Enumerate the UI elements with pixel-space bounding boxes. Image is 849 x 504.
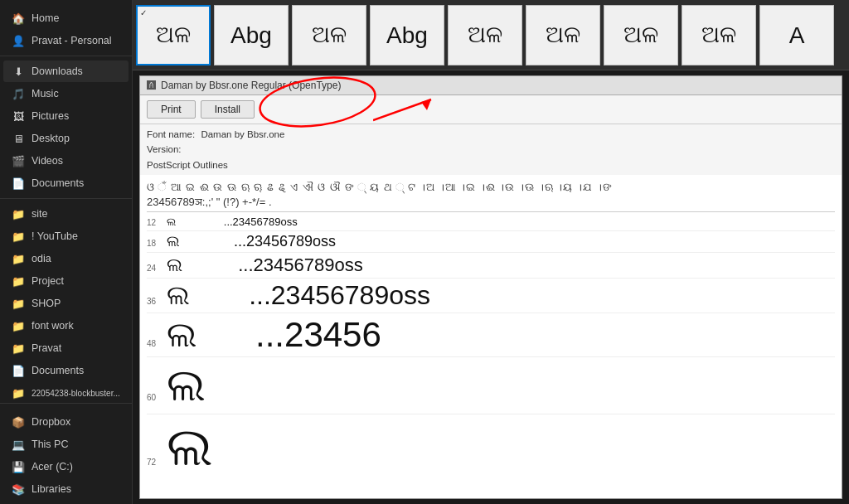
sidebar-top: 🏠 Home 👤 Pravat - Personal xyxy=(0,0,132,56)
sidebar-item-label: 22054238-blockbuster... xyxy=(32,389,120,398)
sidebar-item-desktop[interactable]: 🖥 Desktop xyxy=(3,128,129,149)
font-thumb-0[interactable]: ✓ ଅଳ xyxy=(136,5,211,65)
sidebar-item-label: Desktop xyxy=(32,133,70,144)
sidebar-item-font-work[interactable]: 📁 font work xyxy=(3,315,129,337)
sidebar-item-label: site xyxy=(32,208,47,220)
user-icon: 👤 xyxy=(12,34,25,47)
sidebar-item-downloads[interactable]: ⬇ Downloads xyxy=(3,61,129,82)
char-display-row: ଓ ଁ ଆ ଇ ଈ ଉ ଊ ଋ ୠ ଌ ୡ ଏ ଐ ଓ ଔ ଙ ୍ ୟ ଥ ୍ … xyxy=(147,178,835,212)
documents-icon: 📄 xyxy=(12,364,25,377)
install-button[interactable]: Install xyxy=(201,100,255,119)
sidebar-item-pravat-personal[interactable]: 👤 Pravat - Personal xyxy=(3,30,129,51)
odia-char-line: ଓ ଁ ଆ ଇ ଈ ଉ ଊ ଋ ୠ ଌ ୡ ଏ ଐ ଓ ଔ ଙ ୍ ୟ ଥ ୍ … xyxy=(147,181,835,194)
font-thumb-3[interactable]: Abg xyxy=(370,5,444,65)
desktop-icon: 🖥 xyxy=(12,132,25,145)
sidebar-item-odia[interactable]: 📁 odia xyxy=(3,248,129,269)
font-version-row: Version: xyxy=(147,142,835,157)
sidebar-item-libraries[interactable]: 📚 Libraries xyxy=(3,478,129,500)
font-thumb-label: ଅଳ xyxy=(156,22,191,49)
font-info-panel: Font name: Daman by Bbsr.one Version: Po… xyxy=(140,124,842,175)
sidebar-item-pravat[interactable]: 📁 Pravat xyxy=(3,337,129,359)
font-thumb-label: Abg xyxy=(230,22,272,49)
folder-icon: 📁 xyxy=(12,297,25,310)
sidebar-item-label: Downloads xyxy=(32,65,83,77)
font-thumb-7[interactable]: ଅଳ xyxy=(682,5,756,65)
folder-icon: 📁 xyxy=(12,274,25,288)
sidebar-bottom-section: 📦 Dropbox 💻 This PC 💾 Acer (C:) 📚 Librar… xyxy=(0,407,132,504)
sidebar-item-label: font work xyxy=(32,320,74,332)
drive-icon: 💾 xyxy=(12,460,25,473)
downloads-icon: ⬇ xyxy=(12,65,25,78)
font-thumb-2[interactable]: ଅଳ xyxy=(292,5,366,65)
font-thumbnails-row: ✓ ଅଳ Abg ଅଳ Abg ଅଳ ଅଳ ଅଳ ଅଳ A xyxy=(133,0,849,70)
size-label-18: 18 xyxy=(147,239,167,248)
main-content: ✓ ଅଳ Abg ଅଳ Abg ଅଳ ଅଳ ଅଳ ଅଳ A 🅰 D xyxy=(133,0,849,504)
font-thumb-4[interactable]: ଅଳ xyxy=(448,5,522,65)
sidebar-item-file1[interactable]: 📁 22054238-blockbuster... xyxy=(3,382,129,404)
sidebar-item-site[interactable]: 📁 site xyxy=(3,203,129,225)
sample-row-12: 12 ଲ‌ ‌ ‌ ‍ ‌ ‌ ‌ ‌ ‌ ‌ ‌ ‍ ‌ ‌ ‌ ‌ ‌...… xyxy=(147,214,835,231)
size-label-12: 12 xyxy=(147,218,167,227)
sidebar-item-youtube[interactable]: 📁 ! YouTube xyxy=(3,225,129,247)
font-thumb-label: ଅଳ xyxy=(312,22,347,49)
size-label-24: 24 xyxy=(147,264,167,273)
print-button[interactable]: Print xyxy=(147,100,196,119)
sidebar-item-label: Videos xyxy=(32,155,63,167)
folder-icon: 📁 xyxy=(12,319,25,332)
font-thumb-5[interactable]: ଅଳ xyxy=(526,5,600,65)
sample-row-24: 24 ଲ‌ ‌ ‌ ‌ ‌ ‌ ‌ ‌ ‌ ‌ ‌ ...23456789oss xyxy=(147,253,835,279)
sidebar-item-label: This PC xyxy=(32,439,68,450)
font-file-icon: 🅰 xyxy=(147,80,156,90)
dropbox-icon: 📦 xyxy=(12,415,25,429)
sidebar-item-videos[interactable]: 🎬 Videos xyxy=(3,150,129,172)
sidebar-item-project[interactable]: 📁 Project xyxy=(3,270,129,292)
sample-text-60: ଲ‌ ‌ ‌ ‌ ‌ ‌ xyxy=(167,359,268,412)
home-icon: 🏠 xyxy=(12,12,25,25)
music-icon: 🎵 xyxy=(12,87,25,100)
sidebar-item-label: Documents xyxy=(32,365,84,376)
folder-icon: 📁 xyxy=(12,252,25,265)
sidebar-item-label: Dropbox xyxy=(32,416,70,428)
num-char-line: 23456789ञ:,;' " (!?) +-*/= . xyxy=(147,196,835,209)
font-thumb-label: ଅଳ xyxy=(546,22,580,49)
font-version-label: Version: xyxy=(147,144,182,154)
font-dialog: 🅰 Daman by Bbsr.one Regular (OpenType) P… xyxy=(139,75,842,499)
sample-row-36: 36 ଲ‌ ‌ ‌ ‌ ‌ ‌ ‌ ‌ ...23456789oss xyxy=(147,279,835,313)
size-label-72: 72 xyxy=(147,458,167,467)
font-sample-area[interactable]: ଓ ଁ ଆ ଇ ଈ ଉ ଊ ଋ ୠ ଌ ୡ ଏ ଐ ଓ ଔ ଙ ୍ ୟ ଥ ୍ … xyxy=(140,175,842,498)
sample-text-24: ଲ‌ ‌ ‌ ‌ ‌ ‌ ‌ ‌ ‌ ‌ ‌ ...23456789oss xyxy=(167,254,363,276)
sidebar-item-documents2[interactable]: 📄 Documents xyxy=(3,360,129,381)
folder-icon: 📁 xyxy=(12,342,25,355)
sidebar-item-shop[interactable]: 📁 SHOP xyxy=(3,293,129,314)
font-dialog-toolbar: Print Install xyxy=(140,95,842,124)
font-name-row: Font name: Daman by Bbsr.one xyxy=(147,127,835,142)
sample-text-36: ଲ‌ ‌ ‌ ‌ ‌ ‌ ‌ ‌ ...23456789oss xyxy=(167,280,430,311)
font-thumb-label: ଅଳ xyxy=(468,22,502,49)
font-postscript-label: PostScript Outlines xyxy=(147,160,228,170)
documents-icon: 📄 xyxy=(12,177,25,190)
font-thumb-8[interactable]: A xyxy=(759,5,834,65)
sample-row-18: 18 ଲ‌ ‌ ‌ ‌ ‍ ‌ ‌ ‌ ‌ ‌ ‌ ‌ ‌ ‌...234567… xyxy=(147,231,835,253)
sidebar-item-music[interactable]: 🎵 Music xyxy=(3,83,129,104)
font-thumb-6[interactable]: ଅଳ xyxy=(604,5,678,65)
font-thumb-label: Abg xyxy=(386,22,428,49)
sidebar-item-label: Pravat - Personal xyxy=(32,35,112,46)
sidebar-item-pictures[interactable]: 🖼 Pictures xyxy=(3,105,129,127)
sidebar-item-label: Acer (C:) xyxy=(32,461,73,472)
font-dialog-title: Daman by Bbsr.one Regular (OpenType) xyxy=(161,80,341,91)
sidebar-item-label: ! YouTube xyxy=(32,230,78,242)
sidebar-item-acer-c[interactable]: 💾 Acer (C:) xyxy=(3,456,129,477)
folder-icon: 📁 xyxy=(12,207,25,220)
sidebar-item-dropbox[interactable]: 📦 Dropbox xyxy=(3,411,129,433)
sidebar-item-documents[interactable]: 📄 Documents xyxy=(3,172,129,194)
font-thumb-label: A xyxy=(789,22,805,49)
size-label-60: 60 xyxy=(147,393,167,402)
sidebar-item-label: Pictures xyxy=(32,110,69,122)
font-thumb-1[interactable]: Abg xyxy=(214,5,289,65)
pictures-icon: 🖼 xyxy=(12,109,25,123)
sidebar-item-home[interactable]: 🏠 Home xyxy=(3,7,129,29)
sidebar-item-label: Documents xyxy=(32,177,84,189)
size-label-36: 36 xyxy=(147,297,167,306)
font-thumb-label: ଅଳ xyxy=(701,22,736,49)
sidebar-item-this-pc[interactable]: 💻 This PC xyxy=(3,434,129,455)
